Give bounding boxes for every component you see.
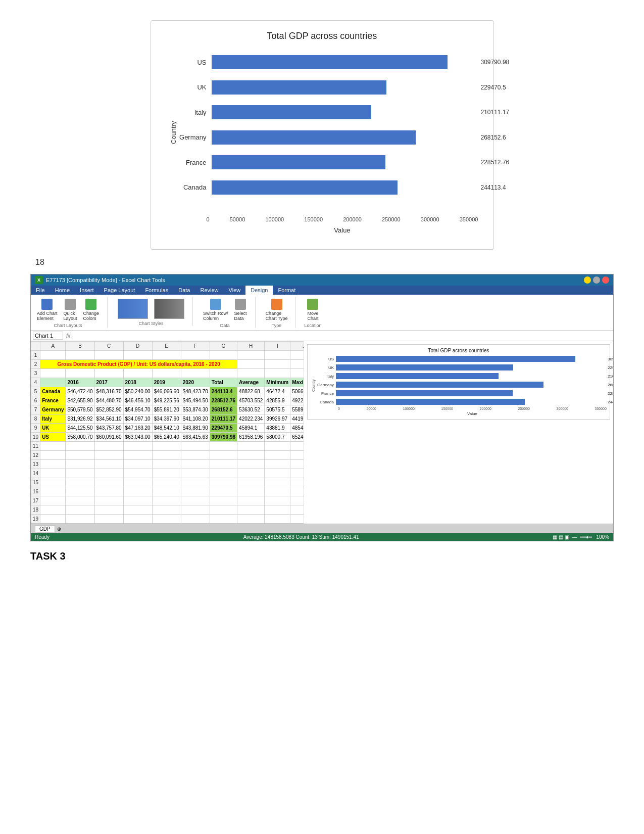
mini-value-us: 309790.98 xyxy=(608,357,613,361)
ribbon-tab-design[interactable]: Design xyxy=(245,286,273,295)
avg-cell-3: 42022.234 xyxy=(237,414,265,424)
ribbon-tab-view[interactable]: View xyxy=(224,286,246,295)
gdp-tab[interactable]: GDP xyxy=(35,525,55,532)
v5-cell-4: $43,881.90 xyxy=(181,424,210,433)
status-center: Average: 248158.5083 Count: 13 Sum: 1490… xyxy=(243,534,359,540)
ribbon-tab-home[interactable]: Home xyxy=(50,286,75,295)
x-tick-350000: 350000 xyxy=(460,216,478,222)
minimize-button[interactable] xyxy=(584,276,591,284)
row-2: 2 Gross Domestic Product (GDP) / Unit: U… xyxy=(31,360,317,369)
col-d-header: D xyxy=(123,342,152,351)
mini-x-axis: 0500001000001500002000002500003000003500… xyxy=(338,407,607,410)
location-label: Location xyxy=(304,323,321,328)
country-cell-5[interactable]: US xyxy=(40,433,66,442)
style2-btn[interactable] xyxy=(152,298,186,320)
bar-track-canada: 244113.4 xyxy=(212,180,478,195)
mini-bar-canada: Canada 244113.4 xyxy=(316,398,607,405)
header-cell-7: Average xyxy=(237,378,265,387)
x-tick-250000: 250000 xyxy=(382,216,401,222)
maximize-button[interactable] xyxy=(593,276,600,284)
bar-row-canada: Canada 244113.4 xyxy=(176,177,478,198)
avg-cell-4: 45894.1 xyxy=(237,424,265,433)
mini-y-label: Country xyxy=(311,355,316,416)
view-normal-icon[interactable]: ▦ xyxy=(553,534,557,540)
header-cell-6: Total xyxy=(210,378,237,387)
excel-statusbar: Ready Average: 248158.5083 Count: 13 Sum… xyxy=(31,533,613,541)
v3-cell-4: $47,163.20 xyxy=(123,424,152,433)
data-row-france: 6 France $42,655.90 $44,480.70 $46,456.1… xyxy=(31,396,317,405)
zoom-slider[interactable]: ━━●━ xyxy=(580,534,592,540)
move-chart-btn[interactable]: MoveChart xyxy=(305,298,320,322)
data-buttons: Switch Row/Column SelectData xyxy=(201,298,249,322)
close-button[interactable] xyxy=(602,276,609,284)
formula-input[interactable] xyxy=(74,333,611,339)
ribbon-tab-data[interactable]: Data xyxy=(173,286,195,295)
mini-x-tick-0: 0 xyxy=(338,407,340,410)
mini-bar-italy: Italy 210111.17 xyxy=(316,373,607,380)
select-data-btn[interactable]: SelectData xyxy=(232,298,249,322)
quick-layout-btn[interactable]: QuickLayout xyxy=(62,298,79,322)
mini-chart: Total GDP across countries Country US 30… xyxy=(307,344,610,420)
switch-row-col-btn[interactable]: Switch Row/Column xyxy=(201,298,230,322)
bar-label-uk: UK xyxy=(176,83,212,91)
bar-fill-france xyxy=(212,155,386,169)
section-number: 18 xyxy=(35,258,614,267)
header-cell-1: 2016 xyxy=(66,378,94,387)
ribbon-tab-page layout[interactable]: Page Layout xyxy=(99,286,140,295)
ribbon-tab-format[interactable]: Format xyxy=(273,286,301,295)
mini-value-italy: 210111.17 xyxy=(608,374,613,379)
bar-fill-us xyxy=(212,55,448,69)
excel-right-pane: Total GDP across countries Country US 30… xyxy=(304,341,613,524)
row-4-header: 4 xyxy=(31,378,40,387)
add-chart-element-btn[interactable]: Add ChartElement xyxy=(35,298,60,322)
bar-value-germany: 268152.6 xyxy=(481,134,506,141)
titlebar-filename: E77173 [Compatibility Mode] - Excel Char… xyxy=(46,277,165,283)
mini-fill-canada xyxy=(336,399,525,405)
x-tick-0: 0 xyxy=(207,216,210,222)
ribbon-tab-file[interactable]: File xyxy=(31,286,50,295)
total-cell-1: 228512.76 xyxy=(210,396,237,405)
location-buttons: MoveChart xyxy=(305,298,320,322)
x-axis-title: Value xyxy=(207,226,478,234)
v4-cell-2: $55,891.20 xyxy=(152,405,181,414)
mini-track-uk: 229470.5 xyxy=(336,364,607,370)
change-type-icon xyxy=(271,299,282,310)
row-6-header: 6 xyxy=(31,396,40,405)
country-cell-4[interactable]: UK xyxy=(40,424,66,433)
country-cell-0[interactable]: Canada xyxy=(40,387,66,396)
mini-x-tick-200000: 200000 xyxy=(480,407,491,410)
bar-fill-canada xyxy=(212,180,398,195)
bar-row-france: France 228512.76 xyxy=(176,152,478,173)
mini-fill-italy xyxy=(336,373,499,379)
country-cell-1[interactable]: France xyxy=(40,396,66,405)
mini-x-tick-350000: 350000 xyxy=(595,407,607,410)
add-sheet-btn[interactable]: ⊕ xyxy=(57,526,61,532)
mini-label-canada: Canada xyxy=(316,400,336,404)
style1-btn[interactable] xyxy=(116,298,150,320)
mini-bar-uk: UK 229470.5 xyxy=(316,364,607,371)
v1-cell-5: $58,000.70 xyxy=(66,433,94,442)
ribbon-tabs: FileHomeInsertPage LayoutFormulasDataRev… xyxy=(31,286,613,295)
min-cell-3: 39926.97 xyxy=(265,414,290,424)
ribbon-tab-insert[interactable]: Insert xyxy=(75,286,99,295)
mini-bar-germany: Germany 268152.6 xyxy=(316,381,607,388)
change-colors-btn[interactable]: ChangeColors xyxy=(81,298,102,322)
change-colors-label: ChangeColors xyxy=(83,311,100,321)
change-chart-type-btn[interactable]: ChangeChart Type xyxy=(264,298,290,322)
ribbon-group-chart-layouts: Add ChartElement QuickLayout ChangeColor… xyxy=(35,297,108,328)
country-cell-3[interactable]: Italy xyxy=(40,414,66,424)
country-cell-2[interactable]: Germany xyxy=(40,405,66,414)
view-layout-icon[interactable]: ▤ xyxy=(559,534,563,540)
data-row-canada: 5 Canada $46,472.40 $48,316.70 $50,240.0… xyxy=(31,387,317,396)
ribbon-tab-review[interactable]: Review xyxy=(195,286,223,295)
zoom-level: 100% xyxy=(596,534,609,540)
view-page-break-icon[interactable]: ▣ xyxy=(565,534,569,540)
titlebar-controls[interactable] xyxy=(584,276,609,284)
name-box[interactable] xyxy=(33,332,63,340)
ribbon-tab-formulas[interactable]: Formulas xyxy=(140,286,173,295)
mini-track-italy: 210111.17 xyxy=(336,373,607,379)
v2-cell-0: $48,316.70 xyxy=(94,387,123,396)
bar-label-france: France xyxy=(176,159,212,166)
quick-layout-label: QuickLayout xyxy=(64,311,77,321)
excel-icon: X xyxy=(35,276,43,284)
